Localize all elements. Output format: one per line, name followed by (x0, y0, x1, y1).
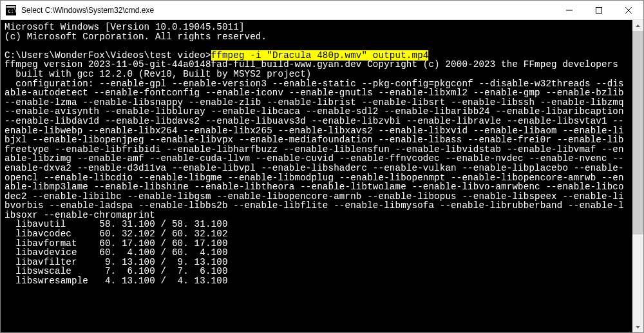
maximize-button[interactable] (584, 1, 614, 19)
scroll-thumb[interactable] (632, 31, 643, 234)
close-button[interactable] (614, 1, 643, 19)
lib-row: libavdevice 60. 4.100 / 60. 4.100 (5, 247, 228, 258)
built-with-line: built with gcc 12.2.0 (Rev10, Built by M… (5, 69, 312, 79)
scroll-track[interactable] (632, 31, 643, 321)
window-title: Select C:\Windows\System32\cmd.exe (21, 6, 554, 15)
minimize-button[interactable] (554, 1, 584, 19)
lib-row: libswresample 4. 13.100 / 4. 13.100 (5, 276, 228, 286)
window-controls (554, 1, 643, 19)
prompt-path: C:\Users\WonderFox\Videos\test video> (5, 50, 211, 61)
terminal-output[interactable]: Microsoft Windows [Version 10.0.19045.50… (1, 20, 632, 332)
lib-row: libavfilter 9. 13.100 / 9. 13.100 (5, 257, 228, 267)
scroll-down-button[interactable] (632, 321, 643, 332)
svg-text:c:\: c:\ (8, 8, 16, 14)
titlebar[interactable]: c:\ Select C:\Windows\System32\cmd.exe (1, 1, 643, 20)
cmd-icon: c:\ (6, 5, 16, 15)
lib-row: libswscale 7. 6.100 / 7. 6.100 (5, 266, 228, 276)
cmd-window: c:\ Select C:\Windows\System32\cmd.exe M… (0, 0, 644, 333)
highlighted-command: ffmpeg -i "Dracula 480p.wmv" output.mp4 (211, 50, 429, 61)
svg-marker-8 (636, 326, 640, 328)
config-block: configuration: --enable-gpl --enable-ver… (5, 79, 629, 220)
lib-row: libavutil 58. 31.100 / 58. 31.100 (5, 219, 228, 229)
svg-rect-4 (596, 7, 602, 13)
vertical-scrollbar[interactable] (632, 20, 643, 332)
svg-rect-1 (6, 6, 15, 8)
copyright-line: (c) Microsoft Corporation. All rights re… (5, 32, 267, 42)
scroll-up-button[interactable] (632, 20, 643, 31)
ffmpeg-version-line: ffmpeg version 2023-11-05-git-44a0148fad… (5, 59, 618, 70)
lib-row: libavformat 60. 17.100 / 60. 17.100 (5, 238, 228, 249)
lib-row: libavcodec 60. 32.102 / 60. 32.102 (5, 229, 228, 239)
terminal-area: Microsoft Windows [Version 10.0.19045.50… (1, 20, 643, 332)
os-line: Microsoft Windows [Version 10.0.19045.50… (5, 22, 245, 32)
svg-marker-7 (636, 24, 640, 27)
